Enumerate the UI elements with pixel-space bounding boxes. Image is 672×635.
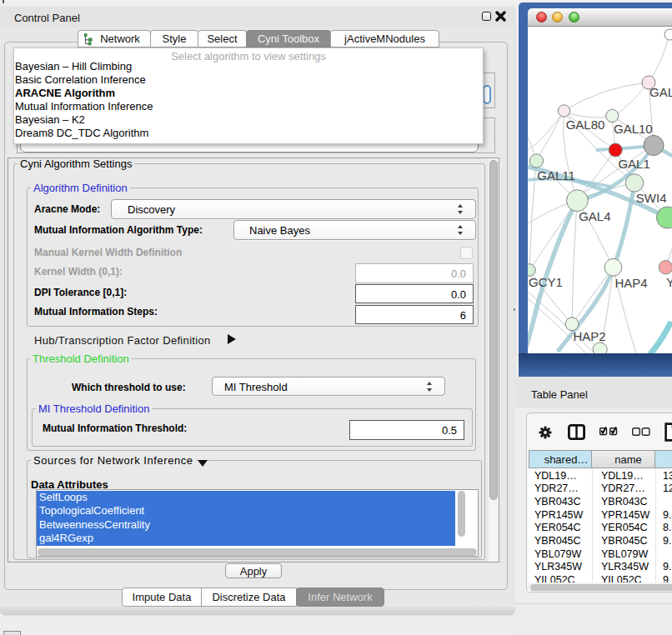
svg-text:SWI4: SWI4 [636,191,667,205]
svg-text:GCY1: GCY1 [529,275,563,289]
svg-text:GAL: GAL [649,85,672,99]
svg-text:GAL1: GAL1 [618,157,649,171]
svg-text:HAP4: HAP4 [614,276,647,290]
svg-text:GAL4: GAL4 [579,209,610,223]
svg-text:HAP2: HAP2 [574,329,606,343]
svg-text:Y: Y [666,275,672,289]
svg-text:GAL11: GAL11 [537,168,575,182]
svg-text:GAL80: GAL80 [566,118,605,132]
svg-text:GAL10: GAL10 [614,122,653,136]
